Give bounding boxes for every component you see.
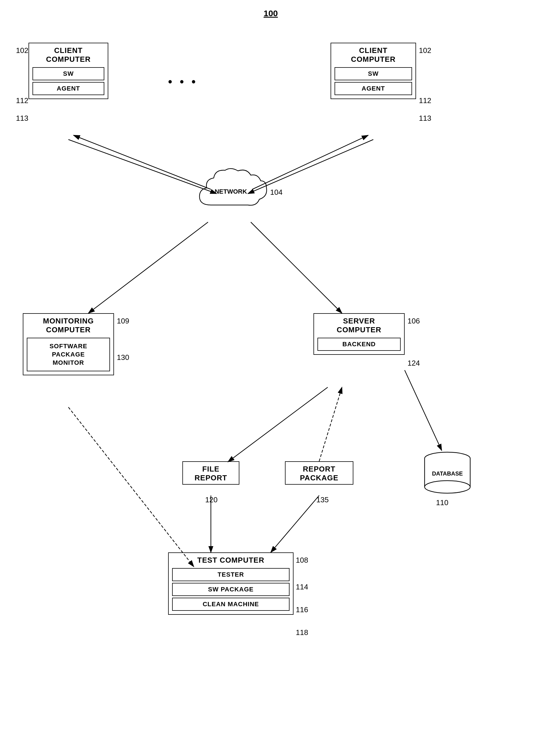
ref-120: 120 — [205, 495, 217, 504]
client-computer-right: CLIENT COMPUTER SW AGENT — [331, 43, 416, 99]
client-left-agent: AGENT — [32, 82, 104, 95]
file-report: FILE REPORT — [182, 461, 239, 485]
ref-118: 118 — [296, 628, 308, 637]
report-package: REPORT PACKAGE — [285, 461, 353, 485]
ref-106: 106 — [408, 317, 420, 325]
client-right-sw: SW — [335, 67, 412, 80]
arrows-svg — [0, 0, 542, 756]
monitoring-computer: MONITORING COMPUTER SOFTWARE PACKAGE MON… — [23, 313, 114, 375]
svg-text:NETWORK: NETWORK — [214, 188, 247, 195]
ref-108: 108 — [296, 556, 308, 565]
svg-point-5 — [425, 481, 470, 493]
ref-110: 110 — [436, 498, 448, 507]
diagram: 100 CLIENT COMPUTER SW AGENT 102 112 113… — [0, 0, 542, 756]
svg-line-13 — [88, 222, 208, 313]
network-cloud: NETWORK — [194, 165, 268, 222]
ref-102-right: 102 — [419, 46, 431, 55]
sw-package: SW PACKAGE — [172, 583, 290, 596]
ref-112-left: 112 — [16, 96, 28, 105]
software-package-monitor: SOFTWARE PACKAGE MONITOR — [27, 338, 110, 371]
figure-number: 100 — [256, 9, 285, 18]
ref-113-right: 113 — [419, 114, 431, 123]
client-computer-left: CLIENT COMPUTER SW AGENT — [28, 43, 108, 99]
database: DATABASE — [422, 450, 473, 495]
svg-line-12 — [252, 135, 368, 189]
ref-116: 116 — [296, 605, 308, 614]
file-report-label: FILE REPORT — [183, 462, 239, 484]
test-computer: TEST COMPUTER TESTER SW PACKAGE CLEAN MA… — [168, 552, 294, 615]
server-computer: SERVER COMPUTER BACKEND — [314, 313, 405, 355]
dots: • • • — [168, 75, 198, 88]
server-title: SERVER COMPUTER — [314, 314, 404, 336]
ref-109: 109 — [117, 317, 129, 325]
client-left-sw: SW — [32, 67, 104, 80]
clean-machine: CLEAN MACHINE — [172, 598, 290, 611]
ref-112-right: 112 — [419, 96, 431, 105]
svg-line-19 — [271, 495, 319, 552]
ref-130: 130 — [117, 353, 129, 362]
client-left-title: CLIENT COMPUTER — [29, 43, 108, 65]
ref-114: 114 — [296, 583, 308, 591]
ref-104: 104 — [270, 188, 283, 197]
client-right-title: CLIENT COMPUTER — [331, 43, 416, 65]
tester: TESTER — [172, 568, 290, 581]
svg-line-10 — [73, 135, 211, 189]
ref-124: 124 — [408, 359, 420, 368]
svg-line-17 — [405, 370, 442, 450]
ref-102-left: 102 — [16, 46, 28, 55]
monitoring-title: MONITORING COMPUTER — [23, 314, 113, 336]
svg-line-16 — [319, 387, 342, 461]
report-package-label: REPORT PACKAGE — [286, 462, 353, 484]
svg-text:DATABASE: DATABASE — [432, 470, 463, 477]
backend: BACKEND — [318, 338, 401, 351]
ref-113-left: 113 — [16, 114, 28, 123]
svg-line-15 — [228, 387, 328, 462]
svg-line-14 — [251, 222, 342, 313]
ref-135: 135 — [316, 495, 329, 504]
test-computer-title: TEST COMPUTER — [169, 553, 293, 566]
client-right-agent: AGENT — [335, 82, 412, 95]
svg-line-20 — [68, 407, 194, 567]
